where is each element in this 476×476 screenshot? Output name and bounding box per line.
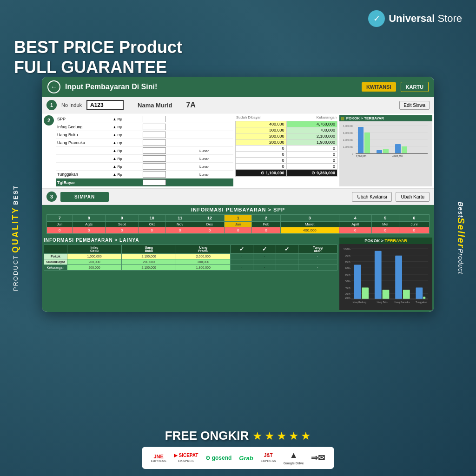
row-label: Infaq Gedung	[56, 123, 111, 131]
month-header: 8	[73, 215, 105, 222]
main-card: ← Input Pembayaran Di Sini! KWITANSI KAR…	[42, 77, 434, 312]
nama-murid-label: Nama Murid	[138, 102, 172, 109]
svg-text:4,000,000: 4,000,000	[343, 125, 353, 127]
simpan-button[interactable]: SIMPAN	[60, 192, 109, 202]
svg-text:Uang Buku: Uang Buku	[377, 301, 388, 304]
month-val: 0	[252, 227, 281, 234]
ubah-kartu-button[interactable]: Ubah Kartu	[396, 192, 430, 202]
kwitansi-button[interactable]: KWITANSI	[362, 82, 396, 92]
side-product: PRODUCT	[12, 255, 19, 291]
side-best2: Best	[457, 202, 464, 218]
month-name: Nov	[165, 222, 195, 227]
section-1: 1 No Induk Nama Murid 7A Edit Siswa	[42, 97, 434, 113]
section-3: 3 SIMPAN Ubah Kwitansi Ubah Kartu	[42, 189, 434, 205]
svg-text:80%: 80%	[345, 260, 351, 263]
bar-chart-svg: 4,000,000 3,000,000 2,000,000 1,000,000 …	[341, 123, 430, 160]
ubah-buttons: Ubah Kwitansi Ubah Kartu	[352, 192, 430, 202]
month-header: 6	[399, 215, 429, 222]
svg-text:70%: 70%	[345, 267, 351, 270]
step-2-circle: 2	[44, 115, 54, 126]
month-val: 0	[139, 227, 165, 234]
top-header: ✓ Universal Store	[0, 0, 476, 37]
chart2-body: 100% 90% 80% 70% 60% 50% 40% 30% 20%	[339, 244, 432, 310]
lainya-table: InfaqGedu UangBuku UangPramu ✓ ✓ ✓ Tungg…	[44, 245, 337, 271]
svg-text:20%: 20%	[345, 297, 351, 299]
edit-siswa-button[interactable]: Edit Siswa	[399, 101, 430, 110]
star-4: ★	[289, 430, 299, 443]
month-header: 10	[139, 215, 165, 222]
side-label-left: BEST QUALITY PRODUCT	[4, 93, 27, 383]
info-lainya-left: INFORMASI PEMBAYARAN > LAINYA InfaqGedu …	[44, 238, 337, 310]
side-best: BEST	[12, 185, 19, 205]
kartu-button[interactable]: KARTU	[401, 82, 429, 92]
info-spp-title: INFORMASI PEMBAYARAN > SPP	[46, 207, 430, 212]
svg-text:Infaq Gedung: Infaq Gedung	[353, 301, 367, 304]
app-header: ← Input Pembayaran Di Sini! KWITANSI KAR…	[42, 77, 434, 97]
svg-rect-43	[423, 297, 425, 299]
svg-text:0: 0	[352, 152, 353, 155]
month-header: 12	[195, 215, 225, 222]
star-1: ★	[252, 430, 263, 443]
bottom-section: FREE ONGKIR ★ ★ ★ ★ ★ JNE EXPRESS ▶ SICE…	[0, 402, 476, 476]
kelas-value: 7A	[186, 101, 195, 109]
month-name: Maret	[281, 222, 339, 227]
hero-line1: BEST PRICE Product	[14, 37, 182, 57]
table-row: ▲ Rp Lunar	[56, 147, 233, 155]
summary-row: 0 0	[236, 164, 337, 170]
svg-rect-14	[395, 144, 401, 153]
tgl-bayar-label: TglBayar	[56, 178, 111, 187]
app-header-title: Input Pembayaran Di Sini!	[65, 83, 357, 91]
svg-rect-10	[358, 127, 364, 153]
no-induk-input[interactable]	[86, 100, 124, 110]
table-row: ▲ Rp Lunar	[56, 163, 233, 171]
side-quality: QUALITY	[11, 206, 20, 253]
section-2: 2 SPP ▲ Rp	[42, 113, 434, 189]
table-row: SPP ▲ Rp	[56, 115, 233, 123]
brand-logo: ✓ Universal Store	[368, 10, 462, 27]
month-header: 5	[371, 215, 399, 222]
month-name: Juni	[399, 222, 429, 227]
stars-container: ★ ★ ★ ★ ★	[252, 430, 311, 443]
svg-text:Tunggakan: Tunggakan	[416, 301, 427, 304]
brand-icon: ✓	[368, 10, 385, 27]
back-button[interactable]: ←	[47, 80, 60, 93]
summary-row: 0 0	[236, 152, 337, 158]
mini-chart-area: ||| POKOK > TERBAYAR 4,000,000 3,000,000…	[339, 115, 432, 186]
lainya-col-header: UangPramu	[176, 245, 231, 254]
svg-rect-11	[364, 132, 370, 153]
lainya-col-header: ✓	[276, 245, 298, 254]
jne-logo: JNE EXPRESS	[151, 454, 166, 463]
row-label: Uang Buku	[56, 131, 111, 139]
no-induk-label: No Induk	[61, 102, 82, 108]
row-label: SudahBayar	[44, 259, 67, 265]
grab-logo: Grab	[239, 455, 253, 462]
row-label: Pokok	[44, 254, 67, 259]
svg-rect-41	[403, 290, 410, 299]
section-2-step: 2	[44, 115, 54, 186]
svg-rect-39	[383, 290, 390, 299]
summary-header: Sudah Dibayar Kekurangan	[235, 115, 337, 119]
month-val: 0	[195, 227, 225, 234]
month-header: 2	[252, 215, 281, 222]
table-row: Tunggakan ▲ Rp Lunar	[56, 171, 233, 178]
month-name: Jan	[225, 222, 252, 227]
hero-section: BEST PRICE Product FULL GUARANTEE	[14, 37, 182, 77]
month-name: Feb	[252, 222, 281, 227]
month-header: 4	[339, 215, 371, 222]
months-table: 7 8 9 10 11 12 1 2 3 4 5 6 Juli Agts	[46, 214, 430, 234]
summary-row: 300,000 700,000	[236, 127, 337, 133]
summary-row: 0 0	[236, 158, 337, 164]
info-lainya-title: INFORMASI PEMBAYARAN > LAINYA	[44, 238, 337, 243]
month-name: Des	[195, 222, 225, 227]
month-val: 0	[399, 227, 429, 234]
free-ongkir-text: FREE ONGKIR	[165, 429, 249, 443]
summary-row: 0 0	[236, 145, 337, 152]
step-1-circle: 1	[46, 100, 57, 110]
month-header: 11	[165, 215, 195, 222]
svg-text:50%: 50%	[345, 280, 351, 283]
ubah-kwitansi-button[interactable]: Ubah Kwitansi	[352, 192, 392, 202]
svg-text:100%: 100%	[344, 248, 351, 251]
summary-row: 200,000 1,900,000	[236, 139, 337, 145]
star-2: ★	[264, 430, 275, 443]
svg-rect-42	[416, 288, 423, 299]
